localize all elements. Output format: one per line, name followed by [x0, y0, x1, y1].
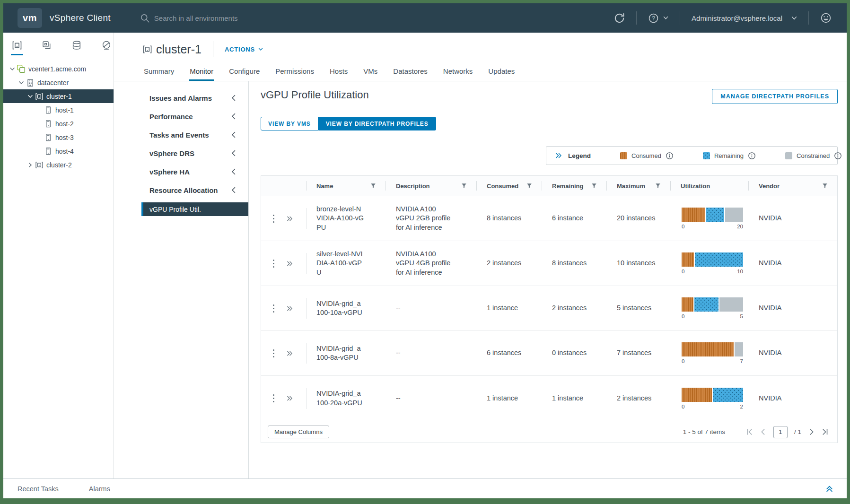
description-cell: --: [386, 348, 476, 357]
column-header-maximum[interactable]: Maximum: [606, 176, 670, 196]
tree-item-host-3[interactable]: host-3: [3, 130, 114, 144]
row-expand-icon[interactable]: [286, 261, 293, 267]
refresh-icon[interactable]: [614, 13, 625, 24]
row-menu-kebab-icon[interactable]: [272, 259, 275, 268]
sidebar-tab-storage[interactable]: [70, 40, 84, 55]
subnav-item-vsphere-ha[interactable]: vSphere HA: [114, 165, 248, 178]
filter-icon[interactable]: [822, 183, 828, 189]
host-icon: [43, 147, 53, 155]
search-input[interactable]: [154, 14, 306, 22]
row-menu-kebab-icon[interactable]: [272, 304, 275, 313]
filter-icon[interactable]: [370, 183, 376, 189]
tree-item-datacenter[interactable]: datacenter: [3, 76, 114, 89]
view-by-vms-button[interactable]: VIEW BY VMS: [261, 117, 318, 130]
sidebar-tab-vms-and-templates[interactable]: [40, 40, 54, 55]
tab-configure[interactable]: Configure: [228, 63, 260, 81]
name-cell: NVIDIA-grid_a 100-10a-vGPU: [306, 286, 386, 330]
tab-hosts[interactable]: Hosts: [329, 63, 348, 81]
tab-monitor[interactable]: Monitor: [189, 63, 214, 81]
row-menu-kebab-icon[interactable]: [272, 214, 275, 223]
name-cell-text: NVIDIA-grid_a 100-8a-vGPU: [316, 344, 360, 362]
tree-item-host-4[interactable]: host-4: [3, 144, 114, 158]
subnav-item-vsphere-drs[interactable]: vSphere DRS: [114, 147, 248, 159]
column-header-vendor[interactable]: Vendor: [748, 176, 837, 196]
row-menu-kebab-icon[interactable]: [272, 349, 275, 358]
scale-max: 20: [737, 224, 743, 229]
maximum-cell: 10 instances: [606, 259, 670, 268]
info-icon[interactable]: [834, 152, 842, 160]
chevron-down-icon[interactable]: [8, 66, 16, 72]
help-icon: ?: [648, 13, 659, 24]
feedback-smiley-icon[interactable]: [820, 12, 832, 24]
column-header-actions: [261, 176, 306, 196]
tree-item-vcenter1-acme-com[interactable]: vcenter1.acme.com: [3, 62, 114, 76]
filter-icon[interactable]: [655, 183, 661, 189]
tab-permissions[interactable]: Permissions: [275, 63, 315, 81]
filter-icon[interactable]: [526, 183, 532, 189]
first-page-icon[interactable]: [746, 428, 753, 435]
subnav-item-vgpu-profile-util[interactable]: vGPU Profile Util.: [141, 202, 248, 216]
row-expand-icon[interactable]: [286, 350, 293, 356]
table-body: bronze-level-N VIDIA-A100-vG PUNVIDIA A1…: [261, 196, 837, 421]
row-expand-icon[interactable]: [286, 305, 293, 312]
help-menu[interactable]: ?: [648, 13, 668, 24]
tab-datastores[interactable]: Datastores: [393, 63, 428, 81]
tree-item-cluster-1[interactable]: cluster-1: [3, 89, 114, 103]
column-header-description[interactable]: Description: [386, 176, 476, 196]
tree-item-host-2[interactable]: host-2: [3, 117, 114, 130]
subnav-item-label: Tasks and Events: [149, 131, 209, 139]
row-expand-icon[interactable]: [286, 395, 293, 401]
page-number-input[interactable]: [773, 426, 788, 438]
subnav-item-resource-allocation[interactable]: Resource Allocation: [114, 184, 248, 196]
legend-entry-consumed: Consumed: [620, 152, 674, 160]
description-cell-text: NVIDIA A100 vGPU 2GB profile for AI infe…: [396, 205, 450, 231]
maximum-cell: 7 instances: [606, 348, 670, 357]
chevron-down-icon[interactable]: [17, 80, 25, 86]
tab-summary[interactable]: Summary: [143, 63, 175, 81]
expand-panel-icon[interactable]: [825, 485, 833, 493]
row-menu-kebab-icon[interactable]: [272, 394, 275, 403]
last-page-icon[interactable]: [822, 428, 829, 435]
tree-item-host-1[interactable]: host-1: [3, 103, 114, 117]
column-header-name[interactable]: Name: [306, 176, 386, 196]
column-header-consumed[interactable]: Consumed: [476, 176, 542, 196]
vcenter-icon: [16, 64, 26, 73]
sidebar-tab-networking[interactable]: [99, 40, 114, 55]
next-page-icon[interactable]: [808, 428, 815, 435]
sidebar-tab-hosts-and-clusters[interactable]: [10, 40, 24, 55]
filter-icon[interactable]: [461, 183, 467, 189]
previous-page-icon[interactable]: [760, 428, 767, 435]
bottom-bar-recent-tasks[interactable]: Recent Tasks: [18, 485, 59, 493]
legend-expand-icon[interactable]: [555, 152, 562, 159]
tab-networks[interactable]: Networks: [443, 63, 473, 81]
column-header-utilization[interactable]: Utilization: [670, 176, 748, 196]
filter-icon[interactable]: [591, 183, 597, 189]
name-cell-text: NVIDIA-grid_a 100-20a-vGPU: [316, 389, 362, 407]
user-menu[interactable]: Administrator@vsphere.local: [692, 14, 797, 22]
maximum-cell-text: 2 instances: [617, 394, 651, 402]
subnav-item-performance[interactable]: Performance: [114, 110, 248, 122]
row-expand-icon[interactable]: [286, 216, 293, 222]
maximum-cell: 20 instances: [606, 214, 670, 223]
bottom-bar-alarms[interactable]: Alarms: [89, 485, 110, 493]
tree-item-cluster-2[interactable]: cluster-2: [3, 158, 114, 172]
info-icon[interactable]: [666, 152, 674, 160]
tab-updates[interactable]: Updates: [488, 63, 515, 81]
vendor-cell-text: NVIDIA: [759, 214, 781, 222]
subnav-item-tasks-and-events[interactable]: Tasks and Events: [114, 129, 248, 141]
chevron-right-icon[interactable]: [26, 162, 34, 168]
view-by-directpath-profiles-button[interactable]: VIEW BY DIRECTPATH PROFILES: [318, 117, 436, 130]
manage-directpath-profiles-button[interactable]: MANAGE DIRECTPATH PROFILES: [712, 89, 838, 104]
chevron-down-icon[interactable]: [26, 94, 34, 99]
tab-vms[interactable]: VMs: [363, 63, 378, 81]
manage-columns-button[interactable]: Manage Columns: [268, 426, 329, 438]
subnav-item-issues-and-alarms[interactable]: Issues and Alarms: [114, 92, 248, 104]
utilization-cell: 010: [670, 252, 748, 274]
info-icon[interactable]: [748, 152, 756, 160]
actions-menu-button[interactable]: ACTIONS: [225, 46, 263, 53]
column-header-remaining[interactable]: Remaining: [542, 176, 606, 196]
tab-bar: SummaryMonitorConfigurePermissionsHostsV…: [114, 63, 847, 81]
app-window: vm vSphere Client ? Administ: [3, 3, 847, 498]
tree-item-label: host-3: [55, 134, 74, 141]
chevron-left-icon: [231, 186, 236, 194]
